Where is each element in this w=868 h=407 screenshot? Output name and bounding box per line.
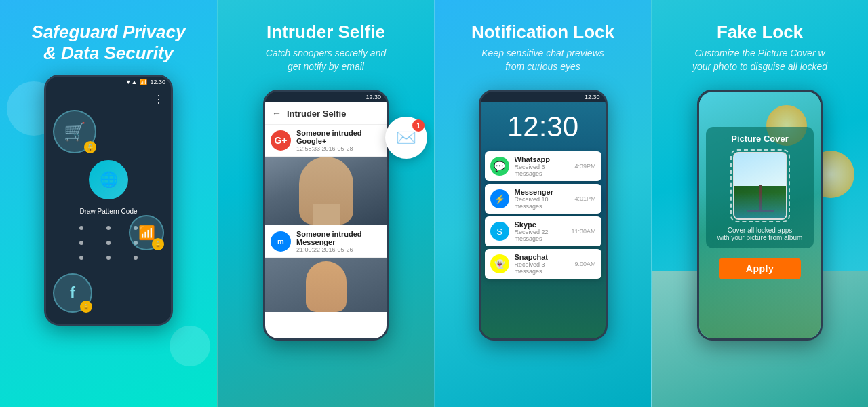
section-4-title: Fake Lock	[703, 22, 816, 43]
intruder-item-1: G+ Someone intruded Google+ 12:58:33 201…	[265, 125, 387, 157]
intruder-1-name: Someone intruded Google+	[296, 129, 381, 145]
notif-skype-text: Skype Received 22 messages	[515, 220, 566, 242]
s4-picture-cover-card: Picture Cover	[706, 127, 814, 248]
section-4-subtitle: Customize the Picture Cover wyour photo …	[676, 47, 844, 73]
browser-icon-circle[interactable]: 🌐	[89, 160, 128, 199]
s4-caption: Cover all locked appswith your picture f…	[717, 227, 803, 241]
notif-messenger-sub: Received 10 messages	[515, 196, 570, 210]
s2-back-arrow[interactable]: ←	[272, 108, 281, 119]
notif-whatsapp: 💬 Whatsapp Received 6 messages 4:39PM	[485, 151, 601, 181]
notif-skype: S Skype Received 22 messages 11:30AM	[485, 216, 601, 246]
section-2-subtitle: Catch snoopers secretly andget notify by…	[250, 47, 402, 73]
notif-messenger: ⚡ Messenger Received 10 messages 4:01PM	[485, 184, 601, 214]
selfie-photo-2	[265, 258, 387, 312]
intruder-2-name: Someone intruded Messenger	[296, 230, 381, 246]
notif-snapchat-app: Snapchat	[515, 253, 570, 261]
email-notif-bubble: ✉️ 1	[385, 117, 427, 159]
notif-messenger-time: 4:01PM	[574, 195, 595, 202]
phone-wrap-4: 12:30 ← Fake Lock Picture Cover	[652, 83, 868, 407]
section-fake-lock: Fake Lock Customize the Picture Cover wy…	[651, 0, 868, 407]
statusbar-1: ▼▲ 📶 12:30	[46, 77, 171, 88]
status-time: 12:30	[150, 79, 165, 85]
section-intruder: Intruder Selfie Catch snoopers secretly …	[217, 0, 434, 407]
intruder-2-time: 21:00:22 2016-05-26	[296, 246, 381, 253]
gplus-avatar: G+	[271, 130, 291, 151]
s4-preview-image	[734, 153, 786, 218]
statusbar-2: 12:30	[265, 92, 387, 102]
phone-mockup-2: 12:30 ← Intruder Selfie G+ Someone intru…	[263, 90, 389, 341]
draw-pattern-label: Draw Pattern Code	[79, 208, 137, 215]
cart-icon-circle[interactable]: 🛒 🔒	[53, 110, 96, 153]
notif-snapchat-time: 9:00AM	[574, 260, 595, 267]
section-safeguard: Safeguard Privacy& Data Security ▼▲ 📶 12…	[0, 0, 217, 407]
notif-whatsapp-time: 4:39PM	[574, 163, 595, 170]
status-time-2: 12:30	[366, 94, 381, 100]
phone-mockup-1: ▼▲ 📶 12:30 ⋮ 🛒 🔒 🌐	[44, 75, 173, 326]
s1-content: ⋮ 🛒 🔒 🌐 Draw Pattern Code	[46, 88, 171, 326]
status-wifi: 📶	[140, 79, 147, 85]
lock-badge-cart: 🔒	[84, 141, 96, 153]
s4-phone-preview	[733, 152, 787, 220]
intruder-1-time: 12:58:33 2016-05-28	[296, 145, 381, 152]
notif-snapchat-text: Snapchat Received 3 messages	[515, 253, 570, 275]
section-3-subtitle: Keep sensitive chat previewsfrom curious…	[465, 47, 620, 73]
notif-whatsapp-text: Whatsapp Received 6 messages	[515, 155, 570, 177]
intruder-item-2: m Someone intruded Messenger 21:00:22 20…	[265, 226, 387, 258]
s4-phone-preview-border[interactable]	[730, 149, 790, 222]
section-1-title: Safeguard Privacy& Data Security	[18, 22, 199, 64]
lock-badge-fb: 🔒	[80, 301, 92, 313]
intruder-1-text: Someone intruded Google+ 12:58:33 2016-0…	[296, 129, 381, 152]
s4-content: ← Fake Lock Picture Cover	[699, 102, 821, 341]
wifi-icon-circle[interactable]: 📶 🔒	[129, 215, 164, 250]
section-3-title: Notification Lock	[458, 22, 628, 43]
s4-card-title: Picture Cover	[731, 134, 789, 144]
phone-wrap-1: ▼▲ 📶 12:30 ⋮ 🛒 🔒 🌐	[0, 68, 217, 407]
messenger-icon: ⚡	[490, 189, 509, 208]
section-notification-lock: Notification Lock Keep sensitive chat pr…	[434, 0, 651, 407]
section-2-title: Intruder Selfie	[253, 22, 399, 43]
s3-content: 12:30 💬 Whatsapp Received 6 messages 4:3…	[481, 102, 606, 341]
selfie-photo-1	[265, 157, 387, 225]
phone-wrap-2: ✉️ 1 12:30 ← Intruder Selfie G+ Someone …	[218, 83, 434, 407]
status-time-3: 12:30	[585, 94, 600, 100]
status-signal: ▼▲	[125, 79, 138, 85]
messenger-avatar: m	[271, 231, 291, 252]
facebook-icon-circle[interactable]: f 🔒	[53, 273, 92, 313]
three-dots-icon[interactable]: ⋮	[153, 93, 164, 106]
phone-mockup-3: 12:30 12:30 💬 Whatsapp Received 6 messag…	[479, 90, 608, 341]
s2-header-title: Intruder Selfie	[287, 109, 346, 119]
skype-icon: S	[490, 222, 509, 241]
notif-messenger-text: Messenger Received 10 messages	[515, 188, 570, 210]
notif-snapchat: 👻 Snapchat Received 3 messages 9:00AM	[485, 249, 601, 279]
intruder-2-text: Someone intruded Messenger 21:00:22 2016…	[296, 230, 381, 253]
snapchat-icon: 👻	[490, 254, 509, 273]
lock-badge-wifi: 🔒	[152, 238, 164, 250]
phone-wrap-3: 12:30 12:30 💬 Whatsapp Received 6 messag…	[435, 83, 651, 407]
whatsapp-icon: 💬	[490, 157, 509, 176]
notif-snapchat-sub: Received 3 messages	[515, 261, 570, 275]
notif-skype-sub: Received 22 messages	[515, 229, 566, 242]
notif-skype-app: Skype	[515, 220, 566, 229]
notif-whatsapp-app: Whatsapp	[515, 155, 570, 163]
s2-content: ← Intruder Selfie G+ Someone intruded Go…	[265, 102, 387, 341]
notif-count-badge: 1	[412, 119, 425, 132]
notif-messenger-app: Messenger	[515, 188, 570, 196]
statusbar-3: 12:30	[481, 92, 606, 102]
phone-mockup-4: 12:30 ← Fake Lock Picture Cover	[697, 90, 823, 341]
lock-screen-time: 12:30	[507, 111, 578, 143]
s2-header: ← Intruder Selfie	[265, 102, 387, 125]
notif-whatsapp-sub: Received 6 messages	[515, 163, 570, 177]
notif-skype-time: 11:30AM	[571, 228, 595, 235]
apply-button[interactable]: Apply	[719, 258, 801, 279]
